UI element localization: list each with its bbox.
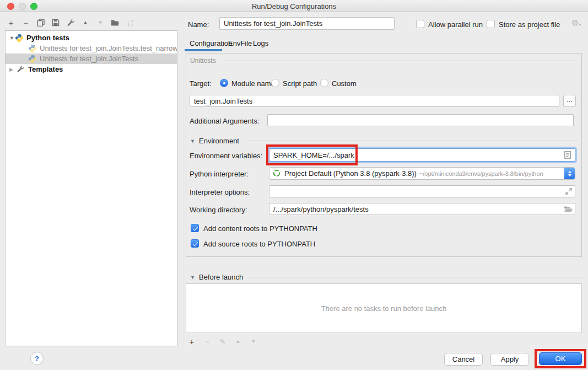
move-up-button[interactable]: ▲	[81, 18, 90, 27]
name-label: Name:	[188, 20, 209, 29]
target-custom-label: Custom	[332, 79, 357, 88]
additional-arguments-label: Additional Arguments:	[190, 117, 259, 125]
target-module-name-label: Module name	[231, 79, 275, 88]
browse-module-button[interactable]: ...	[563, 95, 576, 107]
title-bar: Run/Debug Configurations	[0, 0, 588, 12]
edit-templates-wrench-icon[interactable]	[66, 18, 75, 27]
before-launch-section-title: Before launch	[199, 273, 243, 281]
working-directory-input[interactable]	[269, 203, 575, 215]
unittests-section-label: Unittests	[190, 57, 216, 65]
browse-folder-icon[interactable]	[564, 206, 573, 215]
add-source-roots-checkbox[interactable]	[191, 239, 199, 248]
window-title: Run/Debug Configurations	[0, 2, 588, 10]
tab-configuration[interactable]: Configuration	[190, 39, 232, 47]
templates-wrench-icon	[17, 65, 25, 74]
interpreter-options-input[interactable]	[269, 185, 575, 197]
configurations-tree: ▼ Python tests Unittests for test_join.J…	[5, 30, 177, 346]
tree-item-jointests-selected[interactable]: Unittests for test_join.JoinTests	[6, 53, 177, 64]
tree-item-label: Templates	[28, 65, 63, 73]
environment-variables-label: Environment variables:	[190, 152, 262, 160]
section-divider	[224, 61, 579, 61]
section-divider	[249, 141, 579, 141]
python-interpreter-label: Python interpreter:	[190, 170, 249, 178]
configurations-toolbar: + − ▲ ▼ ↓ az	[7, 16, 134, 29]
run-debug-configurations-dialog: Run/Debug Configurations + − ▲ ▼ ↓ az ▼	[0, 0, 588, 370]
before-launch-tasks-list: There are no tasks to run before launch	[186, 283, 582, 333]
target-module-name-radio[interactable]	[220, 79, 228, 87]
allow-parallel-run-checkbox[interactable]	[416, 20, 424, 28]
add-configuration-button[interactable]: +	[7, 18, 15, 27]
apply-button[interactable]: Apply	[490, 353, 529, 366]
store-options-gear-icon[interactable]: ⚙▾	[571, 18, 581, 28]
before-launch-collapse-arrow-icon[interactable]: ▼	[190, 275, 195, 280]
expand-field-icon[interactable]	[565, 188, 574, 197]
cancel-button[interactable]: Cancel	[444, 353, 483, 366]
python-interpreter-value: Project Default (Python 3.8 (pyspark-3.8…	[284, 169, 417, 178]
python-interpreter-select[interactable]: Project Default (Python 3.8 (pyspark-3.8…	[269, 167, 575, 180]
unittest-icon	[28, 44, 37, 53]
move-down-button: ▼	[96, 18, 105, 27]
environment-section-title: Environment	[199, 137, 239, 145]
add-task-button[interactable]: +	[187, 337, 196, 346]
tree-item-python-tests[interactable]: ▼ Python tests	[6, 33, 177, 43]
target-custom-radio[interactable]	[320, 79, 328, 87]
edit-task-pencil-icon: ✎	[218, 337, 227, 346]
name-input[interactable]	[219, 17, 395, 30]
tab-logs[interactable]: Logs	[253, 39, 268, 47]
tree-item-label: Python tests	[26, 34, 69, 42]
active-tab-indicator	[185, 49, 222, 51]
no-tasks-message: There are no tasks to run before launch	[321, 304, 447, 313]
remove-task-button: −	[203, 337, 212, 346]
save-configuration-icon[interactable]	[51, 18, 60, 27]
working-directory-label: Working directory:	[190, 206, 247, 214]
store-as-project-file-checkbox[interactable]	[487, 20, 495, 28]
move-task-down-button: ▼	[249, 337, 258, 346]
tasks-toolbar: + − ✎ ▲ ▼	[187, 336, 258, 347]
store-as-project-file-label: Store as project file	[499, 20, 560, 29]
environment-collapse-arrow-icon[interactable]: ▼	[190, 138, 195, 144]
copy-configuration-icon[interactable]	[36, 18, 45, 27]
expand-arrow-icon[interactable]: ▶	[9, 67, 15, 72]
move-task-up-button: ▲	[234, 337, 242, 346]
tree-item-label: Unittests for test_join.JoinTests.test_n…	[40, 44, 177, 52]
add-source-roots-label: Add source roots to PYTHONPATH	[203, 240, 315, 248]
annotation-highlight-ok	[535, 349, 586, 368]
target-label: Target:	[190, 79, 212, 88]
help-button[interactable]: ?	[30, 352, 44, 365]
add-content-roots-label: Add content roots to PYTHONPATH	[203, 224, 317, 233]
python-interpreter-path: ~/opt/miniconda3/envs/pyspark-3.8/bin/py…	[419, 170, 564, 177]
edit-environment-variables-icon[interactable]	[564, 151, 573, 160]
interpreter-options-label: Interpreter options:	[190, 188, 250, 196]
tree-item-templates[interactable]: ▶ Templates	[6, 64, 177, 74]
module-name-input[interactable]	[190, 95, 559, 107]
target-script-path-radio[interactable]	[271, 79, 279, 87]
tree-item-test-narrow[interactable]: Unittests for test_join.JoinTests.test_n…	[6, 43, 177, 53]
section-divider	[250, 277, 582, 277]
annotation-highlight-env-vars	[266, 144, 358, 165]
conda-environment-icon	[273, 169, 282, 178]
allow-parallel-run-label: Allow parallel run	[428, 20, 483, 29]
target-script-path-label: Script path	[283, 79, 317, 88]
python-tests-icon	[15, 34, 24, 42]
tree-item-label: Unittests for test_join.JoinTests	[40, 55, 138, 63]
sort-configurations-icon: ↓ az	[126, 18, 134, 27]
remove-configuration-button[interactable]: −	[21, 18, 30, 27]
combo-arrows-icon[interactable]	[564, 167, 575, 180]
collapse-arrow-icon[interactable]: ▼	[9, 35, 15, 41]
new-folder-icon[interactable]	[111, 18, 120, 27]
additional-arguments-input[interactable]	[267, 114, 574, 126]
unittest-icon	[28, 55, 37, 63]
add-content-roots-checkbox[interactable]	[191, 224, 199, 232]
tab-envfile[interactable]: EnvFile	[228, 39, 252, 47]
